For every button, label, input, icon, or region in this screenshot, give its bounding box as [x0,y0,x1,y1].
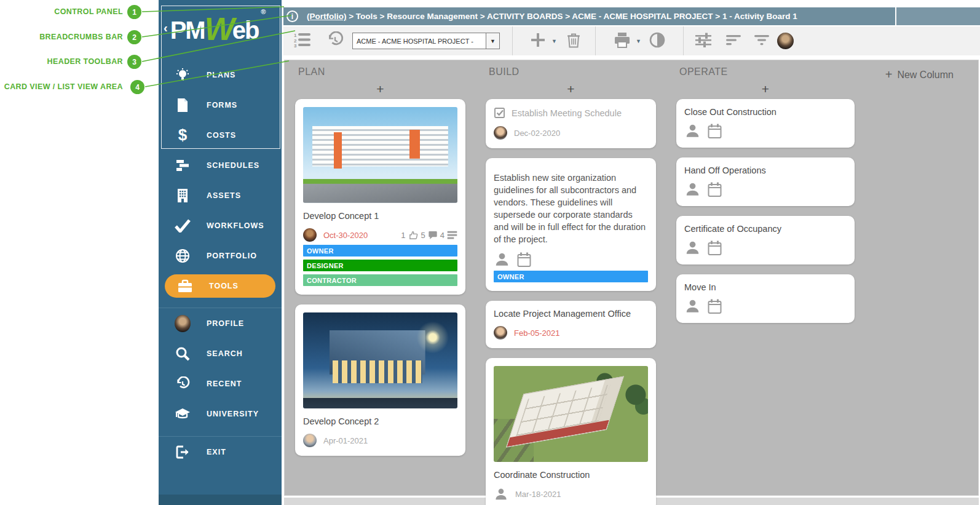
sidebar-item-profile[interactable]: PROFILE [159,308,282,338]
sidebar-item-assets[interactable]: ASSETS [159,180,282,210]
card-counts: 1 5 4 [401,230,457,241]
graduation-cap-icon [175,406,191,422]
sidebar-item-label: SCHEDULES [207,161,259,170]
calendar-icon [707,240,722,256]
pmweb-activity-board-screen: CONTROL PANEL BREADCRUMBS BAR HEADER TOO… [0,0,980,505]
card-title: Develop Concept 2 [303,416,457,426]
checkmark-icon [175,218,191,234]
toolbar-divider [683,26,684,55]
card-locate-pm-office[interactable]: Locate Project Management Office Feb-05-… [486,301,656,348]
card-coordinate-construction[interactable]: Coordinate Construction Mar-18-2021 [486,358,656,505]
logo-w: W [205,11,232,47]
tag-owner: OWNER [494,271,648,282]
print-options-caret-icon[interactable]: ▼ [636,38,641,44]
sidebar-item-exit[interactable]: EXIT [159,437,282,467]
sidebar-item-forms[interactable]: FORMS [159,90,282,120]
card-title: Coordinate Construction [494,470,648,480]
card-image-building-3d-model [494,366,648,462]
sidebar-item-plans[interactable]: PLANS [159,60,282,90]
lightbulb-icon [175,67,191,83]
print-icon[interactable] [614,32,631,50]
annotation-label-control-panel: CONTROL PANEL [0,7,123,16]
filter-icon[interactable] [753,33,770,49]
dollar-icon: $ [175,127,191,143]
sidebar-item-label: PLANS [207,71,235,79]
breadcrumb-trail: > Tools > Resource Management > ACTIVITY… [346,12,797,21]
logo-eb: eb [232,17,259,44]
project-select[interactable]: ACME - ACME HOSPITAL PROJECT - ▼ [352,33,500,49]
calendar-icon [707,181,722,197]
sidebar-item-label: PORTFOLIO [207,252,257,260]
toolbar-divider [595,26,596,55]
breadcrumb-portfolio-link[interactable]: (Portfolio) [307,12,346,21]
card-title: Close Out Construction [684,107,847,117]
checked-checkbox-icon[interactable] [494,107,505,119]
toolbar-divider [512,26,513,55]
chevron-down-icon[interactable]: ▼ [486,33,499,49]
sidebar-item-costs[interactable]: $ COSTS [159,120,282,150]
card-develop-concept-2[interactable]: Develop Concept 2 Apr-01-2021 [295,304,465,456]
card-develop-concept-1[interactable]: Develop Concept 1 Oct-30-2020 1 5 4 OWNE… [295,99,465,295]
column-plan: PLAN + Develop Concept 1 Oct-30-2020 1 5… [295,66,465,466]
logo-registered-mark: ® [261,8,266,15]
sort-icon[interactable] [725,33,742,49]
new-column-button[interactable]: + New Column [885,68,954,82]
tag-designer: DESIGNER [303,260,457,271]
sidebar-item-label: FORMS [207,101,237,109]
column-title: PLAN [298,66,465,78]
calendar-icon [707,298,722,314]
due-date: Oct-30-2020 [323,231,368,240]
info-icon[interactable]: i [286,10,298,22]
card-establish-meeting-schedule[interactable]: Establish Meeting Schedule Dec-02-2020 [486,99,656,148]
sidebar-item-label: RECENT [207,380,242,388]
sidebar-item-workflows[interactable]: WORKFLOWS [159,210,282,241]
delete-trash-icon[interactable] [566,31,581,50]
card-certificate-of-occupancy[interactable]: Certificate of Occupancy [676,216,855,264]
briefcase-icon [177,278,193,294]
sidebar-item-tools[interactable]: TOOLS [159,271,282,301]
settings-sliders-icon[interactable] [694,32,713,50]
likes-count: 1 [401,231,405,240]
annotation-badge-2: 2 [127,30,141,44]
annotation-label-header-toolbar: HEADER TOOLBAR [0,57,123,66]
card-title: Establish Meeting Schedule [512,108,622,118]
notes-icon [447,231,457,240]
card-move-in[interactable]: Move In [676,274,855,323]
sidebar-item-portfolio[interactable]: PORTFOLIO [159,241,282,271]
assignee-placeholder-icon [684,240,701,256]
sidebar-item-recent[interactable]: RECENT [159,368,282,399]
add-card-button[interactable]: + [295,82,465,99]
card-close-out-construction[interactable]: Close Out Construction [676,99,855,148]
column-title: BUILD [489,66,656,78]
sidebar-item-university[interactable]: UNIVERSITY [159,399,282,429]
card-site-organization-guidelines[interactable]: Establish new site organization guidelin… [486,158,656,291]
plus-icon: + [885,68,893,82]
card-hand-off-operations[interactable]: Hand Off Operations [676,157,855,206]
sidebar-item-schedules[interactable]: SCHEDULES [159,150,282,180]
numbered-list-icon[interactable]: 123 [294,32,311,50]
sidebar: ‹ PMWeb® PLANS FORMS $ COSTS SCHEDULES [159,0,282,505]
due-date: Mar-18-2021 [515,490,561,499]
add-card-button[interactable] [529,31,547,51]
sidebar-collapse-icon[interactable]: ‹ [164,22,168,34]
sidebar-item-label: UNIVERSITY [207,410,259,418]
column-title: OPERATE [679,66,855,78]
toggle-contrast-icon[interactable] [649,31,666,51]
sidebar-item-label: SEARCH [207,349,243,358]
thumbs-up-icon [408,230,419,241]
comment-icon [428,230,438,240]
add-options-caret-icon[interactable]: ▼ [551,38,557,44]
user-avatar[interactable] [777,33,794,49]
add-card-button[interactable]: + [676,82,855,99]
breadcrumbs-bar: i (Portfolio) > Tools > Resource Managem… [283,7,980,25]
history-icon[interactable] [326,31,344,51]
annotation-label-breadcrumbs-bar: BREADCRUMBS BAR [0,33,123,41]
globe-icon [175,248,191,264]
card-view-board: + New Column PLAN + Develop Concept 1 Oc… [284,60,979,496]
sidebar-item-search[interactable]: SEARCH [159,338,282,368]
annotation-badge-4: 4 [130,80,144,94]
add-card-button[interactable]: + [486,82,656,99]
card-title: Develop Concept 1 [303,211,457,221]
header-toolbar: 123 ACME - ACME HOSPITAL PROJECT - ▼ ▼ ▼ [283,26,980,55]
exit-icon [175,444,191,460]
